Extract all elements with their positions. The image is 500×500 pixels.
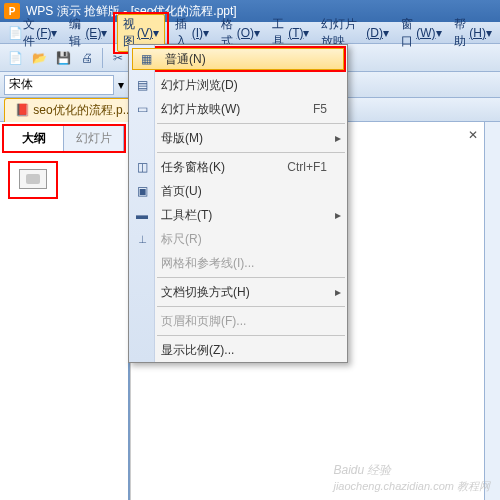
ruler-icon: ⟂: [133, 232, 151, 246]
menu-item-play[interactable]: ▭ 幻灯片放映(W) F5: [129, 97, 347, 121]
menu-item-normal[interactable]: ▦ 普通(N): [132, 48, 344, 70]
menu-bar: 📄 文件(F)▾ 编辑(E)▾ 视图(V)▾ 插入(I)▾ 格式(O)▾ 工具(…: [0, 22, 500, 44]
menu-separator: [157, 152, 345, 153]
slide-thumbnail[interactable]: [19, 169, 47, 189]
menu-separator: [157, 335, 345, 336]
menu-item-home[interactable]: ▣ 首页(U): [129, 179, 347, 203]
menu-item-taskpane[interactable]: ◫ 任务窗格(K) Ctrl+F1: [129, 155, 347, 179]
play-icon: ▭: [133, 102, 151, 116]
open-icon[interactable]: 📂: [28, 47, 50, 69]
menu-help[interactable]: 帮助(H)▾: [448, 14, 498, 52]
menu-item-ruler[interactable]: ⟂ 标尺(R): [129, 227, 347, 251]
save-icon[interactable]: 💾: [52, 47, 74, 69]
sidebar-tabs-highlight: 大纲 幻灯片: [2, 124, 126, 153]
dropdown-icon[interactable]: ▾: [118, 78, 124, 92]
menu-window[interactable]: 窗口(W)▾: [395, 14, 448, 52]
new-icon[interactable]: 📄: [4, 47, 26, 69]
menu-normal-highlight: ▦ 普通(N): [130, 46, 346, 72]
menu-item-browse[interactable]: ▤ 幻灯片浏览(D): [129, 73, 347, 97]
browse-view-icon: ▤: [133, 78, 151, 92]
cut-icon[interactable]: ✂: [107, 47, 129, 69]
close-pane-icon[interactable]: ✕: [468, 128, 478, 142]
print-icon[interactable]: 🖨: [76, 47, 98, 69]
menu-item-zoom[interactable]: 显示比例(Z)...: [129, 338, 347, 362]
submenu-arrow-icon: ▸: [335, 131, 341, 145]
toolbar-icon: ▬: [133, 208, 151, 222]
shortcut-label: Ctrl+F1: [287, 160, 327, 174]
menu-separator: [157, 277, 345, 278]
menu-item-grid[interactable]: 网格和参考线(I)...: [129, 251, 347, 275]
font-family-input[interactable]: [4, 75, 114, 95]
submenu-arrow-icon: ▸: [335, 208, 341, 222]
menu-separator: [157, 306, 345, 307]
menu-separator: [157, 123, 345, 124]
view-menu-dropdown: ▦ 普通(N) ▤ 幻灯片浏览(D) ▭ 幻灯片放映(W) F5 母版(M)▸ …: [128, 44, 348, 363]
scrollbar[interactable]: [484, 122, 500, 500]
normal-view-icon: ▦: [137, 52, 155, 66]
menu-item-master[interactable]: 母版(M)▸: [129, 126, 347, 150]
sidebar: 大纲 幻灯片: [0, 122, 130, 500]
menu-item-switch[interactable]: 文档切换方式(H)▸: [129, 280, 347, 304]
tab-slides[interactable]: 幻灯片: [64, 126, 124, 151]
taskpane-icon: ◫: [133, 160, 151, 174]
slide-thumbnail-highlight: [8, 161, 58, 199]
separator-icon: [102, 48, 103, 68]
submenu-arrow-icon: ▸: [335, 285, 341, 299]
home-icon: ▣: [133, 184, 151, 198]
menu-item-headerfooter[interactable]: 页眉和页脚(F)...: [129, 309, 347, 333]
shortcut-label: F5: [313, 102, 327, 116]
menu-item-toolbar[interactable]: ▬ 工具栏(T)▸: [129, 203, 347, 227]
tab-outline[interactable]: 大纲: [4, 126, 64, 151]
